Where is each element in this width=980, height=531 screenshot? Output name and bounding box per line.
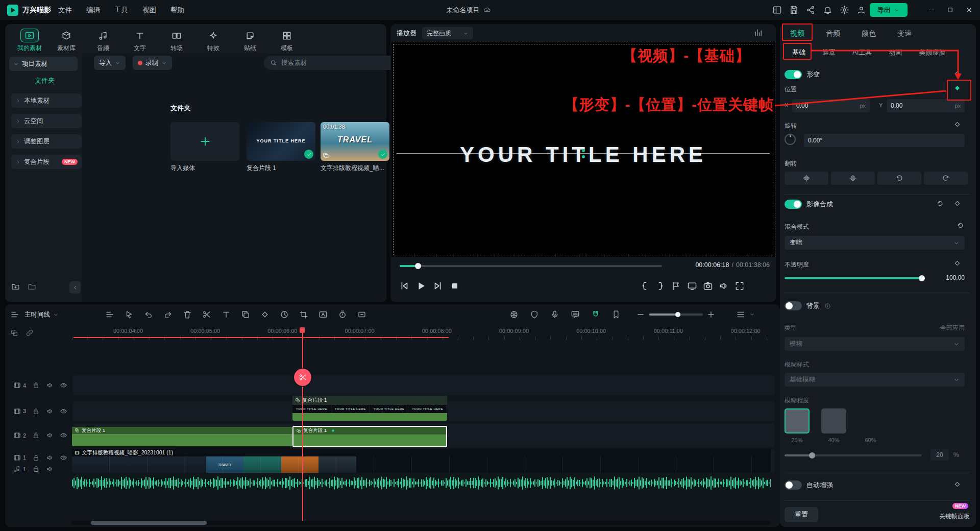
- timeline-tool-icon[interactable]: [530, 310, 539, 319]
- bracket-in-icon[interactable]: [640, 281, 650, 291]
- menu-item[interactable]: 编辑: [79, 6, 107, 15]
- media-tab[interactable]: 文字: [121, 25, 158, 53]
- blur-option[interactable]: 20%: [785, 408, 810, 443]
- timeline-zoom-slider[interactable]: [649, 313, 703, 316]
- flip-button[interactable]: [877, 172, 921, 185]
- project-media-dropdown[interactable]: 项目素材: [9, 57, 78, 71]
- media-tab[interactable]: 转场: [158, 25, 195, 53]
- timeline-grid-icon[interactable]: [10, 310, 19, 319]
- playback-progress-bar[interactable]: [400, 265, 662, 267]
- reset-icon[interactable]: [957, 222, 964, 229]
- blur-value-input[interactable]: 20: [930, 449, 949, 461]
- lock-icon[interactable]: [32, 454, 40, 462]
- preview-title-text[interactable]: YOUR TITLE HERE: [391, 142, 775, 167]
- new-folder-icon[interactable]: [11, 282, 20, 291]
- visibility-icon[interactable]: [60, 431, 67, 439]
- blur-option[interactable]: 60%: [858, 408, 883, 443]
- split-playhead-button[interactable]: [294, 369, 311, 386]
- split-icon[interactable]: [202, 310, 211, 319]
- step-forward-icon[interactable]: [432, 280, 444, 292]
- sidebar-item[interactable]: 本地素材: [11, 93, 82, 108]
- reset-button[interactable]: 重置: [785, 507, 818, 522]
- zoom-handle[interactable]: [675, 312, 680, 317]
- track-height-icon[interactable]: [736, 310, 745, 319]
- text-tool-icon[interactable]: [222, 310, 231, 319]
- rotation-input[interactable]: 0.00°: [804, 134, 965, 147]
- flip-button[interactable]: [785, 172, 828, 185]
- play-icon[interactable]: [415, 280, 427, 292]
- user-icon[interactable]: [856, 5, 866, 15]
- property-tab[interactable]: 视频: [790, 29, 804, 38]
- auto-enhance-toggle[interactable]: [785, 480, 802, 490]
- property-tab[interactable]: 音频: [826, 29, 840, 38]
- zoom-in-icon[interactable]: [706, 310, 716, 319]
- menu-item[interactable]: 帮助: [163, 6, 191, 15]
- pointer-icon[interactable]: [125, 310, 134, 319]
- import-button[interactable]: 导入: [94, 56, 126, 70]
- menu-item[interactable]: 视图: [135, 6, 163, 15]
- lock-icon[interactable]: [32, 407, 40, 415]
- sidebar-item[interactable]: 复合片段 NEW: [11, 155, 82, 169]
- preview-canvas[interactable]: YOUR TITLE HERE: [391, 42, 775, 257]
- collapse-sidebar-button[interactable]: [69, 281, 81, 294]
- scrollbar-thumb[interactable]: [91, 521, 207, 525]
- record-button[interactable]: 录制: [133, 56, 172, 70]
- compound-clip-track2[interactable]: 复合片段 1: [72, 427, 292, 446]
- crop-icon[interactable]: [299, 310, 308, 319]
- timeline-tool-icon[interactable]: [571, 310, 580, 319]
- selected-folder[interactable]: 文件夹: [35, 76, 55, 85]
- transform-toggle[interactable]: [785, 70, 802, 79]
- progress-handle[interactable]: [415, 263, 421, 269]
- timeline-tool-icon[interactable]: [509, 310, 519, 319]
- speed-icon[interactable]: [280, 310, 289, 319]
- blur-style-dropdown[interactable]: 基础模糊: [785, 373, 965, 387]
- rotation-knob[interactable]: [785, 134, 796, 145]
- duplicate-icon[interactable]: [241, 310, 250, 319]
- property-subtab[interactable]: 基础: [792, 48, 805, 57]
- scopes-icon[interactable]: [754, 28, 763, 37]
- mute-icon[interactable]: [46, 465, 54, 473]
- trash-icon[interactable]: [183, 310, 192, 319]
- menu-item[interactable]: 工具: [107, 6, 135, 15]
- visibility-icon[interactable]: [60, 381, 67, 389]
- video-tile[interactable]: 00:01:38 TRAVEL: [321, 122, 389, 161]
- opacity-handle[interactable]: [919, 275, 925, 281]
- keyframe-diamond-icon[interactable]: [953, 480, 961, 488]
- gear-icon[interactable]: [840, 5, 849, 15]
- keyframe-icon[interactable]: [260, 310, 270, 319]
- lock-icon[interactable]: [32, 431, 40, 439]
- keyframe-diamond-icon[interactable]: [953, 120, 961, 128]
- camera-icon[interactable]: [703, 281, 713, 291]
- property-subtab[interactable]: 动画: [889, 48, 902, 57]
- bell-icon[interactable]: [823, 5, 832, 15]
- apply-all-button[interactable]: 全部应用: [928, 324, 965, 332]
- lock-icon[interactable]: [32, 381, 40, 389]
- sidebar-item[interactable]: 云空间: [11, 114, 82, 128]
- keyframe-diamond-icon[interactable]: [953, 200, 961, 207]
- position-keyframe-icon[interactable]: [953, 84, 961, 92]
- lock-icon[interactable]: [32, 465, 40, 473]
- bg-type-dropdown[interactable]: 模糊: [785, 337, 965, 351]
- media-tab[interactable]: 模板: [268, 25, 305, 53]
- compositing-toggle[interactable]: [785, 200, 802, 209]
- media-tab[interactable]: 特效: [195, 25, 232, 53]
- video-clip-track1[interactable]: TRAVEL 文字排版教程视频_喵影_20231001 (1): [72, 449, 771, 473]
- flip-button[interactable]: [831, 172, 875, 185]
- save-icon[interactable]: [789, 5, 799, 15]
- redo-icon[interactable]: [163, 310, 173, 319]
- fit-icon[interactable]: [357, 310, 366, 319]
- flag-icon[interactable]: [671, 281, 681, 291]
- timeline-scrollbar[interactable]: [72, 521, 771, 525]
- mute-icon[interactable]: [46, 454, 54, 462]
- minimize-icon[interactable]: [927, 6, 935, 14]
- property-subtab[interactable]: AI工具: [852, 48, 872, 57]
- step-back-icon[interactable]: [399, 280, 410, 292]
- reset-icon[interactable]: [936, 200, 944, 207]
- media-tab[interactable]: 音频: [85, 25, 121, 53]
- sidebar-item[interactable]: 调整图层: [11, 134, 82, 149]
- compound-clip-tile[interactable]: YOUR TITLE HERE: [247, 122, 315, 161]
- menu-item[interactable]: 文件: [51, 6, 79, 15]
- property-tab[interactable]: 颜色: [862, 29, 876, 38]
- opacity-slider[interactable]: [785, 277, 922, 279]
- track-layout-icon[interactable]: [105, 310, 114, 319]
